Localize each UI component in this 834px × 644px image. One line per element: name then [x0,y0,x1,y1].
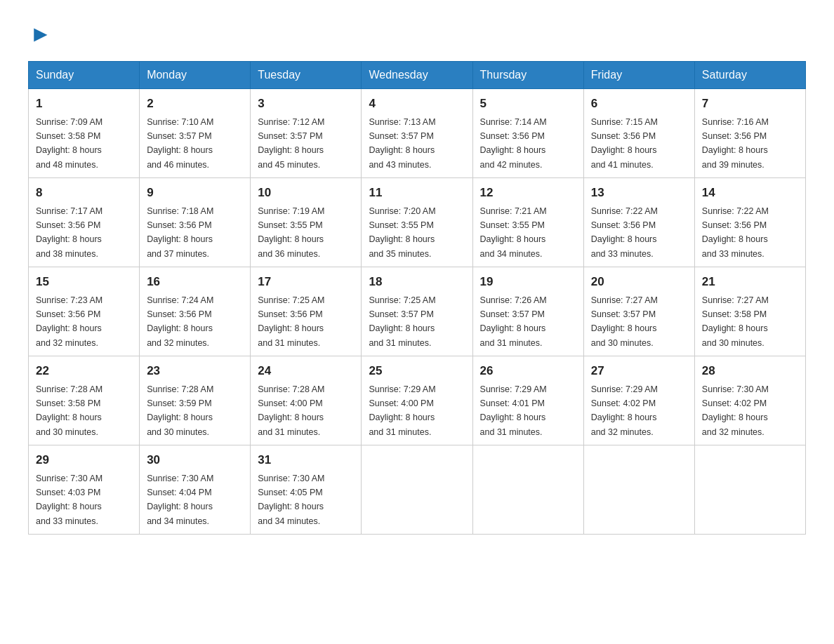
calendar-week-row: 8 Sunrise: 7:17 AMSunset: 3:56 PMDayligh… [29,178,806,267]
calendar-cell: 23 Sunrise: 7:28 AMSunset: 3:59 PMDaylig… [140,356,251,445]
day-info: Sunrise: 7:17 AMSunset: 3:56 PMDaylight:… [36,206,102,259]
day-info: Sunrise: 7:10 AMSunset: 3:57 PMDaylight:… [147,117,213,170]
calendar-cell: 27 Sunrise: 7:29 AMSunset: 4:02 PMDaylig… [583,356,694,445]
day-number: 24 [258,362,354,380]
calendar-cell: 29 Sunrise: 7:30 AMSunset: 4:03 PMDaylig… [29,445,140,535]
day-number: 27 [591,362,687,380]
day-number: 19 [480,273,576,291]
day-number: 17 [258,273,354,291]
calendar-cell: 18 Sunrise: 7:25 AMSunset: 3:57 PMDaylig… [362,267,472,356]
day-number: 2 [147,95,243,113]
day-number: 22 [36,362,132,380]
calendar-cell: 24 Sunrise: 7:28 AMSunset: 4:00 PMDaylig… [251,356,362,445]
calendar-cell: 5 Sunrise: 7:14 AMSunset: 3:56 PMDayligh… [472,89,583,178]
day-info: Sunrise: 7:20 AMSunset: 3:55 PMDaylight:… [369,206,435,259]
day-info: Sunrise: 7:29 AMSunset: 4:00 PMDaylight:… [369,384,435,437]
weekday-header-friday: Friday [583,62,694,89]
weekday-header-tuesday: Tuesday [251,62,362,89]
day-number: 15 [36,273,132,291]
weekday-header-sunday: Sunday [29,62,140,89]
calendar-week-row: 22 Sunrise: 7:28 AMSunset: 3:58 PMDaylig… [29,356,806,445]
day-number: 26 [480,362,576,380]
calendar-cell: 28 Sunrise: 7:30 AMSunset: 4:02 PMDaylig… [694,356,805,445]
day-info: Sunrise: 7:22 AMSunset: 3:56 PMDaylight:… [591,206,658,259]
day-info: Sunrise: 7:16 AMSunset: 3:56 PMDaylight:… [702,117,769,170]
day-number: 28 [702,362,798,380]
calendar-cell: 31 Sunrise: 7:30 AMSunset: 4:05 PMDaylig… [251,445,362,535]
day-number: 10 [258,184,354,202]
day-number: 4 [369,95,465,113]
day-number: 8 [36,184,132,202]
day-info: Sunrise: 7:24 AMSunset: 3:56 PMDaylight:… [147,295,213,348]
day-number: 7 [702,95,798,113]
day-info: Sunrise: 7:28 AMSunset: 3:59 PMDaylight:… [147,384,213,437]
calendar-cell: 15 Sunrise: 7:23 AMSunset: 3:56 PMDaylig… [29,267,140,356]
page-header: ► [28,21,806,47]
weekday-header-thursday: Thursday [472,62,583,89]
calendar-cell [694,445,805,535]
day-info: Sunrise: 7:21 AMSunset: 3:55 PMDaylight:… [480,206,547,259]
day-info: Sunrise: 7:22 AMSunset: 3:56 PMDaylight:… [702,206,769,259]
calendar-cell [472,445,583,535]
calendar-cell: 3 Sunrise: 7:12 AMSunset: 3:57 PMDayligh… [251,89,362,178]
day-number: 6 [591,95,687,113]
day-info: Sunrise: 7:30 AMSunset: 4:03 PMDaylight:… [36,474,102,526]
calendar-cell: 6 Sunrise: 7:15 AMSunset: 3:56 PMDayligh… [583,89,694,178]
day-number: 1 [36,95,132,113]
day-number: 11 [369,184,465,202]
day-info: Sunrise: 7:29 AMSunset: 4:01 PMDaylight:… [480,384,547,437]
day-info: Sunrise: 7:30 AMSunset: 4:04 PMDaylight:… [147,474,213,526]
day-number: 5 [480,95,576,113]
day-info: Sunrise: 7:23 AMSunset: 3:56 PMDaylight:… [36,295,102,348]
calendar-cell: 7 Sunrise: 7:16 AMSunset: 3:56 PMDayligh… [694,89,805,178]
day-info: Sunrise: 7:25 AMSunset: 3:56 PMDaylight:… [258,295,324,348]
calendar-cell: 22 Sunrise: 7:28 AMSunset: 3:58 PMDaylig… [29,356,140,445]
day-info: Sunrise: 7:19 AMSunset: 3:55 PMDaylight:… [258,206,324,259]
day-number: 3 [258,95,354,113]
day-info: Sunrise: 7:18 AMSunset: 3:56 PMDaylight:… [147,206,213,259]
calendar-cell [583,445,694,535]
calendar-cell: 2 Sunrise: 7:10 AMSunset: 3:57 PMDayligh… [140,89,251,178]
day-info: Sunrise: 7:27 AMSunset: 3:57 PMDaylight:… [591,295,658,348]
calendar-week-row: 1 Sunrise: 7:09 AMSunset: 3:58 PMDayligh… [29,89,806,178]
day-info: Sunrise: 7:14 AMSunset: 3:56 PMDaylight:… [480,117,547,170]
calendar-cell: 16 Sunrise: 7:24 AMSunset: 3:56 PMDaylig… [140,267,251,356]
day-info: Sunrise: 7:30 AMSunset: 4:05 PMDaylight:… [258,474,324,526]
day-info: Sunrise: 7:28 AMSunset: 3:58 PMDaylight:… [36,384,102,437]
calendar-cell: 19 Sunrise: 7:26 AMSunset: 3:57 PMDaylig… [472,267,583,356]
weekday-header-wednesday: Wednesday [362,62,472,89]
calendar-cell: 13 Sunrise: 7:22 AMSunset: 3:56 PMDaylig… [583,178,694,267]
day-info: Sunrise: 7:26 AMSunset: 3:57 PMDaylight:… [480,295,547,348]
day-number: 29 [36,451,132,469]
day-number: 18 [369,273,465,291]
day-number: 12 [480,184,576,202]
calendar-week-row: 29 Sunrise: 7:30 AMSunset: 4:03 PMDaylig… [29,445,806,535]
calendar-cell: 30 Sunrise: 7:30 AMSunset: 4:04 PMDaylig… [140,445,251,535]
day-number: 23 [147,362,243,380]
calendar-cell: 11 Sunrise: 7:20 AMSunset: 3:55 PMDaylig… [362,178,472,267]
day-info: Sunrise: 7:27 AMSunset: 3:58 PMDaylight:… [702,295,769,348]
calendar-cell: 25 Sunrise: 7:29 AMSunset: 4:00 PMDaylig… [362,356,472,445]
day-info: Sunrise: 7:25 AMSunset: 3:57 PMDaylight:… [369,295,435,348]
calendar-cell: 26 Sunrise: 7:29 AMSunset: 4:01 PMDaylig… [472,356,583,445]
logo: ► [28,21,56,47]
calendar-week-row: 15 Sunrise: 7:23 AMSunset: 3:56 PMDaylig… [29,267,806,356]
day-info: Sunrise: 7:12 AMSunset: 3:57 PMDaylight:… [258,117,324,170]
day-info: Sunrise: 7:09 AMSunset: 3:58 PMDaylight:… [36,117,102,170]
calendar-cell: 9 Sunrise: 7:18 AMSunset: 3:56 PMDayligh… [140,178,251,267]
day-info: Sunrise: 7:30 AMSunset: 4:02 PMDaylight:… [702,384,769,437]
weekday-header-row: SundayMondayTuesdayWednesdayThursdayFrid… [29,62,806,89]
logo-arrow-icon: ► [29,21,52,47]
day-number: 9 [147,184,243,202]
day-number: 21 [702,273,798,291]
calendar-cell: 8 Sunrise: 7:17 AMSunset: 3:56 PMDayligh… [29,178,140,267]
day-info: Sunrise: 7:29 AMSunset: 4:02 PMDaylight:… [591,384,658,437]
calendar-cell: 4 Sunrise: 7:13 AMSunset: 3:57 PMDayligh… [362,89,472,178]
day-info: Sunrise: 7:13 AMSunset: 3:57 PMDaylight:… [369,117,435,170]
calendar-cell [362,445,472,535]
calendar-cell: 12 Sunrise: 7:21 AMSunset: 3:55 PMDaylig… [472,178,583,267]
calendar-cell: 21 Sunrise: 7:27 AMSunset: 3:58 PMDaylig… [694,267,805,356]
day-number: 20 [591,273,687,291]
day-number: 13 [591,184,687,202]
day-number: 14 [702,184,798,202]
